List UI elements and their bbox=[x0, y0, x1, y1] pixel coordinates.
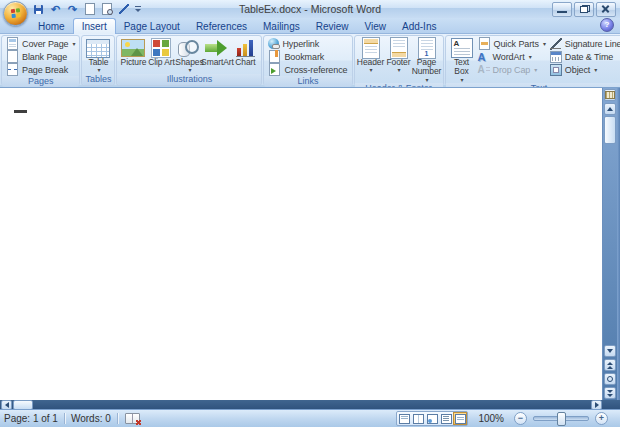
scroll-down-button[interactable] bbox=[604, 345, 616, 357]
tab-references[interactable]: References bbox=[188, 19, 255, 33]
office-button[interactable] bbox=[3, 1, 28, 26]
select-browse-object-button[interactable] bbox=[604, 373, 616, 385]
customize-quick-access-toolbar-button[interactable] bbox=[134, 3, 143, 16]
button-label: Table bbox=[89, 58, 109, 67]
zoom-out-button[interactable]: − bbox=[514, 412, 527, 425]
word-window: ↶↷ TableEx.docx - Microsoft Word HomeIns… bbox=[0, 0, 620, 427]
wordart-glyph: A bbox=[478, 51, 486, 63]
button-label: Page Number bbox=[412, 58, 442, 77]
blank-page-icon bbox=[7, 50, 18, 63]
bookmark-button[interactable]: Bookmark bbox=[266, 50, 349, 63]
previous-page-button[interactable] bbox=[604, 359, 616, 371]
zoom-level[interactable]: 100% bbox=[474, 413, 508, 424]
close-button[interactable] bbox=[596, 2, 616, 17]
zoom-slider-thumb[interactable] bbox=[557, 412, 566, 426]
ribbon-group-illustrations: PictureClip ArtShapes▾SmartArtChartIllus… bbox=[116, 35, 262, 86]
page-break-button[interactable]: Page Break bbox=[4, 63, 77, 76]
tab-page-layout[interactable]: Page Layout bbox=[116, 19, 188, 33]
text-box-button[interactable]: AText Box▾ bbox=[448, 37, 476, 83]
word-count[interactable]: Words: 0 bbox=[67, 413, 115, 424]
tab-insert[interactable]: Insert bbox=[73, 18, 116, 34]
new-document-button[interactable] bbox=[83, 3, 96, 16]
smartart-button[interactable]: SmartArt bbox=[203, 37, 231, 67]
restore-button[interactable] bbox=[574, 2, 594, 17]
header-button[interactable]: Header▾ bbox=[357, 37, 385, 74]
picture-button[interactable]: Picture bbox=[119, 37, 147, 67]
tab-review[interactable]: Review bbox=[308, 19, 357, 33]
button-label: Shapes bbox=[175, 58, 203, 67]
icon-wrap bbox=[177, 38, 201, 58]
save-button[interactable] bbox=[32, 3, 45, 16]
quick-access-toolbar: ↶↷ bbox=[32, 2, 143, 16]
next-page-button[interactable] bbox=[604, 387, 616, 399]
redo-button[interactable]: ↷ bbox=[66, 3, 79, 16]
drop-cap-button[interactable]: ADrop Cap▾ bbox=[476, 63, 548, 76]
shapes-button[interactable]: Shapes▾ bbox=[175, 37, 203, 74]
clip-art-button[interactable]: Clip Art bbox=[147, 37, 175, 67]
wordart-button[interactable]: AWordArt▾ bbox=[476, 50, 548, 63]
tab-view[interactable]: View bbox=[357, 19, 395, 33]
web-layout-view-button[interactable] bbox=[425, 412, 439, 425]
ruler-toggle-button[interactable] bbox=[604, 89, 616, 101]
outline-view-button[interactable] bbox=[439, 412, 453, 425]
button-label: Footer bbox=[387, 58, 411, 67]
undo-button[interactable]: ↶ bbox=[49, 3, 62, 16]
minimize-button[interactable] bbox=[552, 2, 572, 17]
print-layout-view-button[interactable] bbox=[397, 412, 411, 425]
hyperlink-button[interactable]: Hyperlink bbox=[266, 37, 349, 50]
zoom-slider[interactable] bbox=[533, 416, 589, 421]
help-button[interactable]: ? bbox=[600, 18, 614, 32]
full-screen-reading-view-button[interactable] bbox=[411, 412, 425, 425]
tab-home[interactable]: Home bbox=[30, 19, 73, 33]
ribbon-group-content: PictureClip ArtShapes▾SmartArtChart bbox=[117, 36, 261, 74]
draw-button[interactable] bbox=[117, 3, 130, 16]
icon-wrap bbox=[390, 38, 408, 58]
scroll-up-button[interactable] bbox=[604, 103, 616, 115]
button-label: Text Box bbox=[448, 58, 476, 77]
button-label: Bookmark bbox=[284, 52, 324, 62]
page-number-glyph: 1 bbox=[419, 50, 435, 58]
draft-view-button[interactable] bbox=[453, 412, 467, 425]
button-label: Drop Cap bbox=[493, 65, 531, 75]
footer-button[interactable]: Footer▾ bbox=[385, 37, 413, 74]
page-indicator[interactable]: Page: 1 of 1 bbox=[0, 413, 62, 424]
proofing-status-icon[interactable] bbox=[125, 413, 140, 424]
dropdown-arrow-icon: ▾ bbox=[426, 77, 429, 84]
text-box-glyph: A bbox=[454, 40, 460, 49]
tab-add-ins[interactable]: Add-Ins bbox=[394, 19, 444, 33]
status-separator bbox=[117, 413, 118, 424]
vertical-scrollbar-thumb[interactable] bbox=[604, 116, 616, 144]
zoom-in-button[interactable]: + bbox=[595, 412, 608, 425]
button-label: Hyperlink bbox=[282, 39, 319, 49]
print-preview-button[interactable] bbox=[100, 3, 113, 16]
double-arrow-up-icon bbox=[607, 361, 613, 370]
vertical-scrollbar-track[interactable] bbox=[603, 144, 617, 344]
chart-button[interactable]: Chart bbox=[231, 37, 259, 67]
dropdown-arrow-icon: ▾ bbox=[529, 53, 532, 60]
quick-parts-button[interactable]: Quick Parts▾ bbox=[476, 37, 548, 50]
signature-line-button[interactable]: Signature Line▾ bbox=[548, 37, 620, 50]
object-button[interactable]: Object▾ bbox=[548, 63, 620, 76]
date-time-button[interactable]: Date & Time bbox=[548, 50, 620, 63]
page-break-icon bbox=[7, 63, 18, 76]
document-area bbox=[0, 88, 620, 400]
icon-wrap: A bbox=[451, 38, 473, 58]
document-canvas[interactable] bbox=[0, 88, 602, 400]
blank-page-button[interactable]: Blank Page bbox=[4, 50, 77, 63]
shapes-icon bbox=[177, 39, 201, 57]
vertical-scrollbar[interactable] bbox=[602, 88, 617, 400]
page-number-button[interactable]: 1Page Number▾ bbox=[413, 37, 441, 83]
button-label: Object bbox=[565, 65, 590, 75]
end-of-document-marker bbox=[14, 110, 27, 113]
drop-cap-glyph: A bbox=[478, 64, 485, 75]
hyperlink-icon bbox=[268, 38, 279, 49]
icon-wrap bbox=[362, 38, 380, 58]
cover-page-button[interactable]: Cover Page▾ bbox=[4, 37, 77, 50]
cross-reference-button[interactable]: Cross-reference bbox=[266, 63, 349, 76]
table-button[interactable]: Table▾ bbox=[84, 37, 112, 74]
wordart-icon: A bbox=[478, 51, 490, 63]
button-label: WordArt bbox=[493, 52, 525, 62]
tab-mailings[interactable]: Mailings bbox=[255, 19, 308, 33]
chart-icon bbox=[236, 39, 255, 57]
ribbon-group-content: Table▾ bbox=[82, 36, 114, 74]
